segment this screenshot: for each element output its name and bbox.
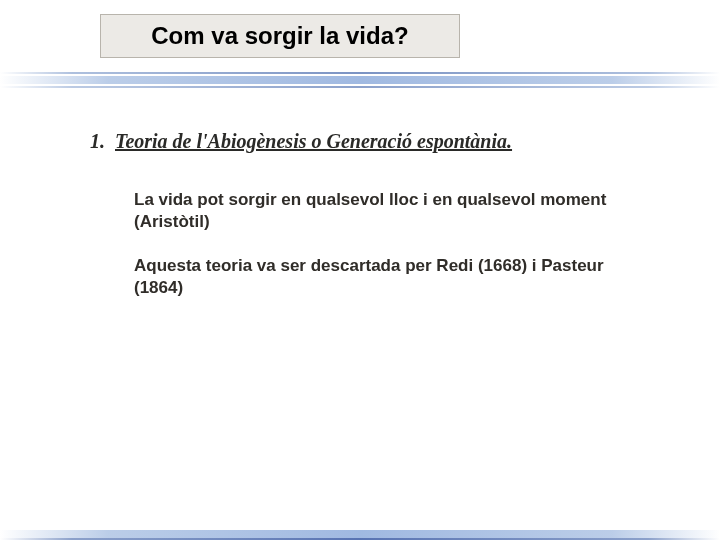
slide-title: Com va sorgir la vida? (151, 22, 408, 50)
footer-divider (0, 528, 720, 540)
header-divider (0, 72, 720, 92)
paragraph: Aquesta teoria va ser descartada per Red… (134, 255, 624, 299)
section-number: 1. (90, 130, 105, 153)
slide-title-box: Com va sorgir la vida? (100, 14, 460, 58)
paragraph: La vida pot sorgir en qualsevol lloc i e… (134, 189, 624, 233)
section-heading: Teoria de l'Abiogènesis o Generació espo… (115, 130, 512, 153)
slide-content: 1. Teoria de l'Abiogènesis o Generació e… (90, 130, 650, 321)
section-heading-row: 1. Teoria de l'Abiogènesis o Generació e… (90, 130, 650, 153)
